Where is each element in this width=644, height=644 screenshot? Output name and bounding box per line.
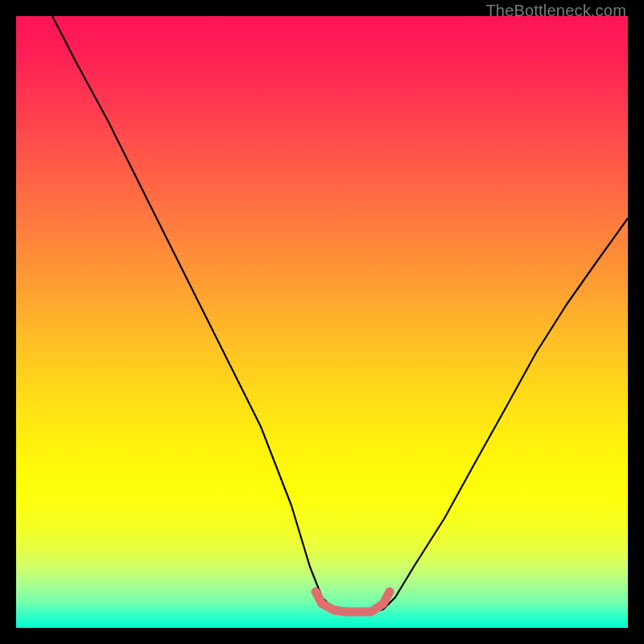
watermark-text: TheBottleneck.com bbox=[485, 2, 626, 20]
plot-area bbox=[16, 16, 628, 628]
highlight-band bbox=[316, 592, 390, 612]
chart-svg bbox=[16, 16, 628, 628]
bottleneck-curve-line bbox=[52, 16, 628, 613]
chart-container: TheBottleneck.com bbox=[0, 0, 644, 644]
